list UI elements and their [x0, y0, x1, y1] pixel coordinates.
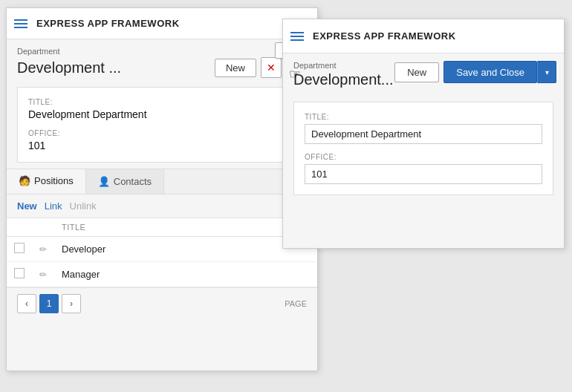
tab-contacts[interactable]: 👤 Contacts	[86, 169, 164, 194]
title-field-label: TITLE:	[28, 98, 296, 106]
tabs-bar: 🧑 Positions 👤 Contacts	[7, 169, 317, 195]
front-title-label: TITLE:	[305, 113, 542, 121]
back-panel: EXPRESS APP FRAMEWORK Edit ☞ Department …	[6, 7, 318, 371]
front-subheader: Department Development... New Save and C…	[283, 53, 564, 94]
unlink-button[interactable]: Unlink	[70, 199, 97, 213]
page-1-button[interactable]: 1	[39, 294, 59, 313]
tab-positions[interactable]: 🧑 Positions	[7, 169, 86, 194]
back-card: TITLE: Development Department OFFICE: 10…	[17, 87, 307, 163]
next-page-button[interactable]: ›	[62, 294, 81, 313]
office-field-value: 101	[28, 140, 296, 151]
back-new-button[interactable]: New	[215, 59, 256, 77]
contacts-icon: 👤	[98, 176, 110, 187]
tab-positions-label: Positions	[34, 175, 74, 186]
save-button-group: Save and Close ▾	[443, 61, 556, 83]
row2-edit-cell: ✏	[32, 262, 54, 287]
cursor-icon: ☞	[289, 66, 301, 82]
positions-table: TITLE ✏ Developer ✏ Manager	[7, 218, 317, 287]
front-hamburger-icon[interactable]	[290, 32, 304, 41]
link-button[interactable]: Link	[45, 199, 62, 213]
office-field-label: OFFICE:	[28, 129, 296, 137]
front-form-card: TITLE: OFFICE:	[293, 102, 553, 195]
save-and-close-button[interactable]: Save and Close	[443, 61, 537, 83]
front-app-title: EXPRESS APP FRAMEWORK	[313, 30, 456, 42]
back-subheader: Department Development ... New ✕ ✏	[7, 39, 317, 81]
back-app-title: EXPRESS APP FRAMEWORK	[36, 18, 180, 29]
delete-button[interactable]: ✕	[261, 57, 282, 78]
front-title-input[interactable]	[305, 124, 542, 144]
back-header: EXPRESS APP FRAMEWORK	[7, 8, 317, 39]
row2-check-cell	[7, 262, 32, 287]
title-col-header: TITLE	[54, 218, 317, 237]
row1-title-cell: Developer	[54, 237, 317, 262]
table-header-row: TITLE	[7, 218, 317, 237]
front-office-label: OFFICE:	[305, 153, 542, 161]
page-label: PAGE	[285, 299, 307, 308]
front-office-input[interactable]	[305, 164, 542, 184]
title-field-value: Development Department	[28, 108, 296, 120]
tab-contacts-label: Contacts	[114, 176, 152, 187]
row1-edit-icon[interactable]: ✏	[39, 244, 47, 255]
front-panel: EXPRESS APP FRAMEWORK Department Develop…	[282, 19, 565, 249]
save-dropdown-button[interactable]: ▾	[537, 61, 556, 83]
back-dept-label: Department	[17, 47, 307, 56]
prev-page-button[interactable]: ‹	[17, 294, 36, 313]
positions-icon: 🧑	[19, 175, 30, 186]
row2-checkbox[interactable]	[14, 268, 25, 278]
table-row: ✏ Manager	[7, 262, 317, 287]
edit-col-header	[32, 218, 54, 237]
table-row: ✏ Developer	[7, 237, 317, 262]
sub-toolbar: New Link Unlink ⤢	[7, 195, 317, 218]
row1-checkbox[interactable]	[14, 243, 25, 253]
pagination: ‹ 1 › PAGE	[7, 287, 317, 319]
front-header: EXPRESS APP FRAMEWORK	[283, 19, 564, 53]
front-new-button[interactable]: New	[394, 62, 439, 82]
row2-edit-icon[interactable]: ✏	[39, 270, 47, 280]
checkbox-col-header	[7, 218, 32, 237]
back-dept-title: Development ...	[17, 59, 121, 76]
front-toolbar: New Save and Close ▾	[394, 61, 556, 83]
row1-edit-cell: ✏	[32, 237, 54, 262]
row1-check-cell	[7, 237, 32, 262]
row2-title-cell: Manager	[54, 262, 317, 287]
sub-new-button[interactable]: New	[17, 199, 37, 213]
hamburger-icon[interactable]	[14, 19, 27, 28]
